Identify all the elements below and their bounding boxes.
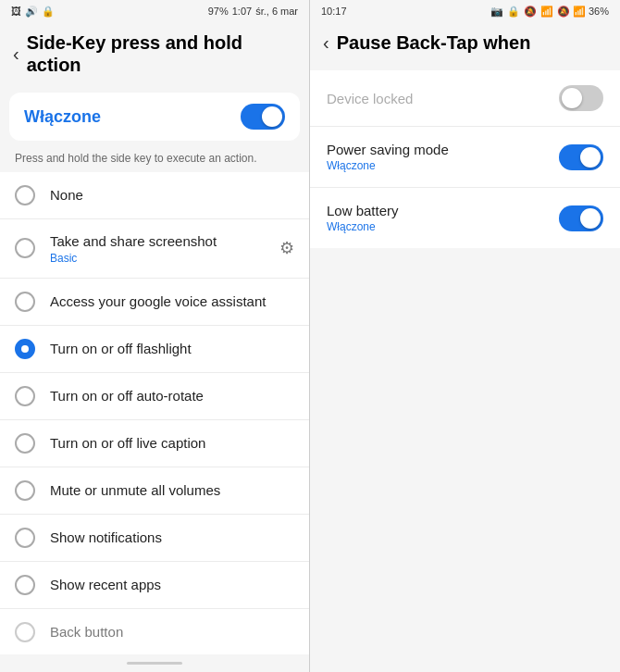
radio-backbutton[interactable]	[15, 622, 35, 642]
left-status-icon-lock: 🔒	[42, 6, 55, 18]
left-toggle-switch[interactable]	[241, 104, 285, 130]
option-notifications-content: Show notifications	[50, 529, 294, 547]
option-screenshot-label: Take and share screenshot	[50, 232, 272, 251]
radio-flashlight[interactable]	[15, 339, 35, 359]
option-flashlight-label: Turn on or off flashlight	[50, 340, 294, 358]
left-time: 1:07	[232, 6, 252, 17]
right-status-signal-icon: 📶	[540, 6, 553, 18]
radio-livecaption[interactable]	[15, 433, 35, 454]
device-locked-toggle[interactable]	[559, 85, 603, 111]
option-screenshot-sublabel: Basic	[50, 252, 272, 265]
right-status-photo-icon: 📷	[490, 6, 503, 18]
left-page-title: Side-Key press and hold action	[27, 31, 296, 76]
option-backbutton-content: Back button	[50, 623, 294, 641]
option-none-label: None	[50, 186, 294, 205]
right-header: ‹ Pause Back-Tap when	[310, 22, 620, 63]
right-status-bar: 10:17 📷 🔒 🔕 📶 🔕 📶 36%	[310, 0, 620, 22]
left-toggle-section: Włączone	[9, 93, 300, 141]
right-status-icons: 📷 🔒 🔕 📶 🔕 📶 36%	[490, 6, 609, 18]
left-panel: 🖼 🔊 🔒 97% 1:07 śr., 6 mar ‹ Side-Key pre…	[0, 0, 310, 672]
option-autorotate-label: Turn on or off auto-rotate	[50, 387, 294, 405]
left-scroll-indicator	[127, 662, 182, 665]
right-battery: 🔕 📶 36%	[557, 6, 609, 18]
pause-item-low-battery-sublabel: Włączone	[327, 220, 399, 233]
pause-item-power-saving-content: Power saving mode Włączone	[327, 142, 449, 172]
left-header: ‹ Side-Key press and hold action	[0, 22, 309, 85]
option-notifications[interactable]: Show notifications	[0, 515, 309, 562]
left-date: śr., 6 mar	[255, 6, 298, 17]
option-livecaption-content: Turn on or off live caption	[50, 434, 294, 453]
option-mute-content: Mute or unmute all volumes	[50, 481, 294, 500]
screenshot-gear-icon[interactable]: ⚙	[279, 238, 294, 258]
pause-item-device-locked-content: Device locked	[327, 91, 413, 106]
radio-autorotate[interactable]	[15, 386, 35, 406]
option-backbutton-label: Back button	[50, 623, 294, 641]
pause-item-power-saving-label: Power saving mode	[327, 142, 449, 157]
option-google-content: Access your google voice assistant	[50, 292, 294, 311]
radio-notifications[interactable]	[15, 528, 35, 548]
right-status-time: 10:17	[321, 6, 347, 17]
pause-list: Device locked Power saving mode Włączone…	[310, 70, 620, 248]
radio-screenshot[interactable]	[15, 238, 35, 258]
pause-item-device-locked[interactable]: Device locked	[310, 70, 620, 127]
option-none-content: None	[50, 186, 294, 205]
right-back-button[interactable]: ‹	[323, 32, 329, 54]
left-status-icons: 🖼 🔊 🔒	[11, 6, 55, 18]
radio-recentapps[interactable]	[15, 575, 35, 595]
pause-item-power-saving[interactable]: Power saving mode Włączone	[310, 127, 620, 188]
right-status-mute-icon: 🔕	[524, 6, 537, 18]
option-flashlight[interactable]: Turn on or off flashlight	[0, 326, 309, 373]
right-status-lock-icon: 🔒	[507, 6, 520, 18]
option-mute[interactable]: Mute or unmute all volumes	[0, 467, 309, 515]
left-hint: Press and hold the side key to execute a…	[0, 148, 309, 172]
left-status-bar: 🖼 🔊 🔒 97% 1:07 śr., 6 mar	[0, 0, 309, 22]
option-screenshot[interactable]: Take and share screenshot Basic ⚙	[0, 219, 309, 279]
option-livecaption-label: Turn on or off live caption	[50, 434, 294, 453]
option-backbutton[interactable]: Back button	[0, 609, 309, 655]
radio-none[interactable]	[15, 185, 35, 205]
option-recentapps-label: Show recent apps	[50, 576, 294, 594]
option-recentapps-content: Show recent apps	[50, 576, 294, 594]
low-battery-toggle[interactable]	[559, 205, 603, 231]
right-page-title: Pause Back-Tap when	[337, 31, 531, 54]
left-status-icon-photo: 🖼	[11, 6, 21, 17]
option-mute-label: Mute or unmute all volumes	[50, 481, 294, 500]
left-toggle-label: Włączone	[24, 107, 101, 127]
pause-item-power-saving-sublabel: Włączone	[327, 159, 449, 172]
option-notifications-label: Show notifications	[50, 529, 294, 547]
left-battery: 97%	[208, 6, 229, 17]
left-status-right: 97% 1:07 śr., 6 mar	[208, 6, 298, 17]
radio-mute[interactable]	[15, 480, 35, 501]
option-screenshot-content: Take and share screenshot Basic	[50, 232, 272, 265]
radio-google[interactable]	[15, 292, 35, 312]
left-options-list: None Take and share screenshot Basic ⚙ A…	[0, 172, 309, 654]
option-autorotate-content: Turn on or off auto-rotate	[50, 387, 294, 405]
pause-item-low-battery-label: Low battery	[327, 203, 399, 218]
option-none[interactable]: None	[0, 172, 309, 219]
right-panel: 10:17 📷 🔒 🔕 📶 🔕 📶 36% ‹ Pause Back-Tap w…	[310, 0, 620, 672]
left-back-button[interactable]: ‹	[13, 44, 19, 65]
option-recentapps[interactable]: Show recent apps	[0, 562, 309, 609]
power-saving-toggle[interactable]	[559, 144, 603, 170]
pause-item-low-battery-content: Low battery Włączone	[327, 203, 399, 233]
option-flashlight-content: Turn on or off flashlight	[50, 340, 294, 358]
option-autorotate[interactable]: Turn on or off auto-rotate	[0, 373, 309, 420]
pause-item-low-battery[interactable]: Low battery Włączone	[310, 188, 620, 248]
pause-item-device-locked-label: Device locked	[327, 91, 413, 106]
option-google-label: Access your google voice assistant	[50, 292, 294, 311]
left-status-icon-audio: 🔊	[25, 6, 38, 18]
option-google[interactable]: Access your google voice assistant	[0, 279, 309, 326]
option-livecaption[interactable]: Turn on or off live caption	[0, 420, 309, 467]
